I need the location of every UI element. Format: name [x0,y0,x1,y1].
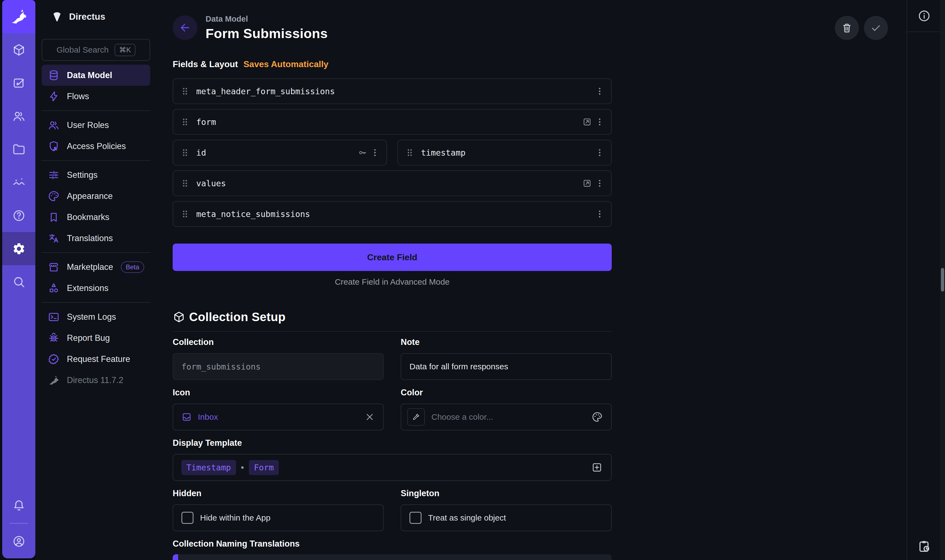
sidebar-item-appearance[interactable]: Appearance [42,186,150,206]
sidebar-item-label: Flows [67,91,89,102]
right-sidebar [907,0,945,560]
autosave-note: Saves Automatically [243,59,328,69]
info-icon[interactable] [917,9,931,23]
field-name: form [196,117,216,127]
checkbox-hidden[interactable] [182,512,194,524]
module-account[interactable] [2,525,35,558]
hidden-toggle[interactable]: Hide within the App [173,505,384,531]
color-swatch-button[interactable] [407,408,425,426]
drag-handle-icon[interactable] [180,209,190,219]
module-search[interactable] [2,265,35,298]
display-template-input[interactable]: Timestamp•Form [173,454,612,481]
palette-icon[interactable] [591,411,603,423]
kebab-icon[interactable] [595,178,605,188]
kebab-icon[interactable] [595,117,605,127]
template-chip-timestamp[interactable]: Timestamp [182,460,236,475]
sidebar-item-label: Data Model [67,71,112,80]
sidebar-item-user-roles[interactable]: User Roles [42,114,150,135]
module-insights[interactable] [2,166,35,199]
sidebar-item-report-bug[interactable]: Report Bug [42,328,150,349]
module-settings[interactable] [2,232,35,265]
people-icon [48,119,60,131]
sidebar-item-request-feature[interactable]: Request Feature [42,349,150,369]
module-files[interactable] [2,132,35,166]
project-header: Directus [42,0,150,33]
drag-handle-icon[interactable] [180,86,190,97]
field-name: meta_header_form_submissions [196,86,335,96]
advanced-mode-link[interactable]: Create Field in Advanced Mode [173,277,612,287]
module-notifications[interactable] [2,489,35,522]
singleton-toggle[interactable]: Treat as single object [401,505,612,531]
kebab-icon[interactable] [595,86,605,96]
global-search-input[interactable]: Global Search ⌘K [42,39,150,61]
insights-icon [12,175,26,189]
collection-input: form_submissions [173,353,384,380]
search-icon [12,275,26,289]
directus-logo-button[interactable] [2,0,35,33]
field-row-meta-header-form-submissions[interactable]: meta_header_form_submissions [173,78,612,104]
nav-divider [42,160,150,161]
module-bar-items [2,33,35,298]
module-help[interactable] [2,199,35,232]
field-row-meta-notice-submissions[interactable]: meta_notice_submissions [173,201,612,227]
sidebar-item-settings[interactable]: Settings [42,165,150,186]
add-box-icon[interactable] [591,462,603,474]
sidebar-item-extensions[interactable]: Extensions [42,277,150,298]
drag-handle-icon[interactable] [180,117,190,127]
sidebar-item-marketplace[interactable]: MarketplaceBeta [42,257,150,277]
kebab-icon[interactable] [595,148,605,157]
fields-layout-heading: Fields & Layout Saves Automatically [173,59,907,69]
drag-handle-icon[interactable] [180,148,190,158]
sidebar-item-access-policies[interactable]: Access Policies [42,135,150,157]
module-editor[interactable] [2,66,35,100]
check-icon [870,22,882,34]
field-actions [595,148,605,157]
sidebar-item-translations[interactable]: Translations [42,228,150,249]
launch-icon[interactable] [582,117,592,127]
page-title: Form Submissions [206,26,328,41]
field-name: values [196,178,226,188]
checkbox-singleton[interactable] [409,512,422,524]
naming-translations-label: Collection Naming Translations [173,539,907,549]
field-row-form[interactable]: form [173,109,612,135]
delete-collection-button[interactable] [835,16,859,40]
collection-setup-label: Collection Setup [189,310,286,324]
clipboard-clock-icon[interactable] [917,539,931,554]
sidebar-item-directus-11-7-2[interactable]: Directus 11.7.2 [42,369,150,391]
sidebar-activity-section [907,539,941,554]
kebab-icon[interactable] [370,148,380,157]
field-row-timestamp[interactable]: timestamp [397,140,612,166]
sidebar-item-label: System Logs [67,312,116,322]
field-list: meta_header_form_submissionsformidtimest… [173,78,612,227]
create-field-button[interactable]: Create Field [173,243,612,271]
naming-translations-input[interactable] [173,554,612,560]
note-input[interactable]: Data for all form responses [401,353,612,380]
save-button[interactable] [864,16,888,40]
module-users[interactable] [2,100,35,132]
module-bar [2,0,35,558]
page-header: Data Model Form Submissions [173,15,907,40]
sidebar-item-label: Translations [67,234,113,243]
people-icon [12,109,26,123]
field-name: id [196,148,206,157]
launch-icon[interactable] [582,178,592,188]
sidebar-item-flows[interactable]: Flows [42,86,150,107]
color-input[interactable]: Choose a color... [401,403,612,431]
nav-divider [42,111,150,111]
module-bar-bottom [2,489,35,558]
field-row-values[interactable]: values [173,171,612,196]
icon-input[interactable]: Inbox [173,403,384,431]
sidebar-item-system-logs[interactable]: System Logs [42,306,150,328]
template-chip-form[interactable]: Form [249,460,279,475]
directus-rabbit-icon [9,8,28,26]
back-button[interactable] [173,15,197,40]
field-row-id[interactable]: id [173,140,387,166]
scrollbar-thumb[interactable] [941,268,944,291]
module-content[interactable] [2,33,35,66]
drag-handle-icon[interactable] [405,148,415,158]
kebab-icon[interactable] [595,209,605,219]
close-icon[interactable] [365,412,375,422]
sidebar-item-bookmarks[interactable]: Bookmarks [42,206,150,228]
drag-handle-icon[interactable] [180,178,190,189]
sidebar-item-data-model[interactable]: Data Model [42,65,150,86]
